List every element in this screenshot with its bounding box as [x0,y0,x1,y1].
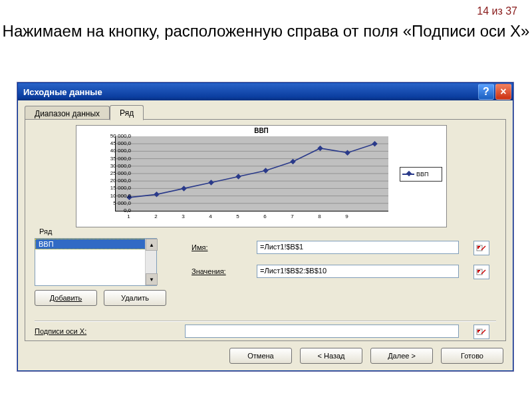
x-tick: 8 [316,213,324,219]
x-tick: 1 [125,213,133,219]
range-picker-icon [476,267,487,277]
y-tick: 25 000,0 [99,170,131,176]
name-ref-button[interactable] [473,241,489,255]
x-tick: 4 [207,213,215,219]
chart-preview: ВВП [76,125,447,227]
y-tick: 45 000,0 [99,140,131,146]
remove-button[interactable]: Удалить [104,290,166,306]
slide-heading: Нажимаем на кнопку, расположенную справа… [0,21,532,41]
y-tick: 30 000,0 [99,163,131,169]
dialog-title: Исходные данные [23,87,102,97]
chart-title: ВВП [76,126,446,134]
tab-data-range[interactable]: Диапазон данных [25,106,110,120]
name-input[interactable]: =Лист1!$B$1 [257,241,459,254]
y-tick: 0,0 [99,207,131,213]
svg-rect-15 [290,159,295,164]
y-tick: 50 000,0 [99,133,131,139]
range-picker-icon [476,327,487,336]
svg-rect-28 [477,330,479,331]
legend-marker-icon [402,174,414,175]
close-button[interactable]: × [495,84,511,100]
add-button[interactable]: Добавить [35,290,97,306]
x-tick: 5 [234,213,242,219]
help-button[interactable]: ? [478,84,494,100]
svg-rect-25 [479,270,480,271]
svg-rect-30 [477,331,479,332]
scrollbar[interactable]: ▲ ▼ [145,239,156,285]
cancel-button[interactable]: Отмена [229,348,292,364]
source-data-dialog: Исходные данные ? × Диапазон данных Ряд … [17,82,513,371]
y-tick: 20 000,0 [99,178,131,184]
values-label: Значения: [192,267,226,275]
values-ref-button[interactable] [473,265,489,279]
series-listbox[interactable]: ВВП ▲ ▼ [35,238,157,286]
tab-page-series: ВВП [25,119,506,341]
y-tick: 35 000,0 [99,156,131,162]
finish-button[interactable]: Готово [441,348,503,364]
svg-rect-20 [477,246,479,247]
page-number: 14 из 37 [477,5,517,17]
x-tick: 2 [152,213,160,219]
scroll-down-icon[interactable]: ▼ [146,273,158,285]
x-tick: 6 [261,213,269,219]
x-tick: 3 [180,213,188,219]
svg-rect-22 [477,247,479,249]
svg-rect-21 [479,246,480,247]
svg-rect-11 [181,186,186,191]
y-tick: 40 000,0 [99,148,131,154]
y-tick: 10 000,0 [99,193,131,199]
x-tick: 9 [343,213,351,219]
y-tick: 15 000,0 [99,185,131,191]
next-button[interactable]: Далее > [370,348,433,364]
svg-rect-16 [317,146,323,151]
svg-rect-24 [477,270,479,271]
x-labels-ref-button[interactable] [473,325,489,339]
svg-rect-12 [208,180,213,185]
svg-rect-13 [235,174,241,179]
back-button[interactable]: < Назад [300,348,362,364]
chart-legend: ВВП [400,167,442,182]
x-labels-label: Подписи оси X: [35,327,86,335]
svg-rect-17 [344,150,350,155]
svg-rect-29 [479,330,480,331]
scroll-up-icon[interactable]: ▲ [146,239,158,251]
tab-series[interactable]: Ряд [110,105,144,120]
y-tick: 5 000,0 [99,200,131,206]
range-picker-icon [476,243,487,253]
svg-rect-26 [477,271,479,273]
divider [35,321,496,322]
chart-plot-area [115,136,388,211]
x-tick: 7 [289,213,297,219]
svg-rect-18 [372,141,377,146]
name-label: Имя: [192,243,207,251]
values-input[interactable]: =Лист1!$B$2:$B$10 [257,265,459,278]
svg-rect-10 [154,192,159,197]
legend-label: ВВП [416,171,428,178]
x-labels-input[interactable] [185,325,459,338]
svg-rect-14 [263,168,268,173]
titlebar[interactable]: Исходные данные ? × [18,83,513,100]
list-item[interactable]: ВВП [35,239,156,249]
series-group: Ряд ВВП ▲ ▼ Добавить Удалить Имя: =Лист1… [35,233,496,313]
series-group-label: Ряд [37,227,54,235]
